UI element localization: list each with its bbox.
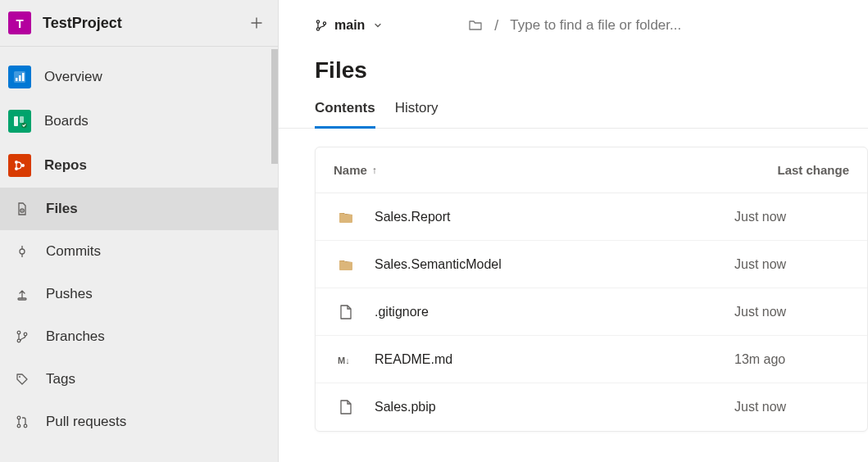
sort-ascending-icon: ↑ — [372, 165, 377, 176]
sub-label-files: Files — [46, 201, 78, 217]
folder-icon — [337, 208, 355, 226]
sub-label-branches: Branches — [46, 328, 105, 345]
path-separator: / — [494, 17, 498, 34]
sub-label-tags: Tags — [46, 371, 75, 387]
sub-item-pushes[interactable]: Pushes — [0, 273, 278, 315]
sub-label-pushes: Pushes — [46, 286, 93, 302]
svg-point-21 — [316, 20, 319, 23]
svg-rect-3 — [22, 73, 25, 81]
tags-icon — [13, 370, 31, 388]
svg-rect-2 — [19, 75, 21, 81]
tab-contents[interactable]: Contents — [315, 100, 375, 129]
file-name: .gitignore — [375, 305, 734, 319]
repos-sub-list: Files Commits Pushes Branches Tags — [0, 188, 278, 443]
branch-name: main — [334, 18, 365, 33]
nav-label-overview: Overview — [44, 69, 102, 85]
root-folder-icon[interactable] — [468, 17, 483, 34]
svg-point-16 — [24, 333, 27, 336]
file-name: Sales.Report — [375, 210, 734, 224]
file-last-change: Just now — [734, 305, 849, 319]
col-header-name[interactable]: Name ↑ — [334, 163, 734, 177]
svg-point-22 — [316, 28, 319, 30]
pushes-icon — [13, 285, 31, 303]
chevron-down-icon — [373, 20, 383, 30]
path-bar: main / — [279, 0, 868, 41]
svg-point-11 — [21, 210, 23, 211]
file-table-header: Name ↑ Last change — [316, 147, 867, 193]
file-row[interactable]: Sales.pbipJust now — [316, 383, 867, 431]
nav-label-repos: Repos — [44, 157, 87, 174]
nav-list: Overview Boards Repos — [0, 47, 278, 188]
pull-requests-icon — [13, 413, 31, 431]
file-icon — [337, 398, 355, 416]
branches-icon — [13, 328, 31, 346]
file-last-change: Just now — [734, 210, 849, 224]
svg-point-19 — [17, 424, 20, 428]
file-last-change: 13m ago — [734, 352, 849, 367]
file-row[interactable]: Sales.ReportJust now — [316, 193, 867, 241]
repos-icon — [8, 154, 31, 177]
folder-icon — [337, 256, 355, 274]
svg-point-23 — [323, 22, 325, 25]
file-name: README.md — [375, 352, 734, 367]
svg-rect-5 — [20, 116, 24, 123]
file-name: Sales.SemanticModel — [375, 257, 734, 272]
sub-item-commits[interactable]: Commits — [0, 230, 278, 273]
commits-icon — [13, 242, 31, 260]
boards-icon — [8, 110, 31, 133]
overview-icon — [8, 66, 31, 88]
project-name[interactable]: TestProject — [43, 15, 234, 32]
main: main / Files Contents History Name ↑ Las… — [279, 0, 868, 462]
svg-point-7 — [15, 161, 18, 164]
svg-point-18 — [17, 416, 20, 419]
plus-icon — [250, 16, 263, 29]
col-header-change[interactable]: Last change — [734, 163, 849, 177]
svg-text:M↓: M↓ — [338, 356, 350, 365]
files-icon — [13, 200, 31, 218]
nav-item-overview[interactable]: Overview — [0, 55, 278, 99]
svg-rect-1 — [16, 78, 18, 81]
svg-point-12 — [20, 249, 25, 254]
file-name: Sales.pbip — [375, 400, 734, 414]
file-last-change: Just now — [734, 257, 849, 272]
sidebar-scrollbar[interactable] — [271, 49, 278, 164]
nav-item-boards[interactable]: Boards — [0, 99, 278, 143]
file-table-wrap: Name ↑ Last change Sales.ReportJust nowS… — [279, 129, 868, 432]
svg-point-15 — [17, 339, 20, 342]
sub-label-pullrequests: Pull requests — [46, 414, 126, 430]
branch-icon — [315, 19, 328, 32]
sub-item-pullrequests[interactable]: Pull requests — [0, 401, 278, 443]
project-avatar[interactable]: T — [8, 11, 31, 34]
sidebar-header: T TestProject — [0, 0, 278, 47]
sub-item-tags[interactable]: Tags — [0, 358, 278, 401]
file-row[interactable]: Sales.SemanticModelJust now — [316, 241, 867, 288]
sub-item-files[interactable]: Files — [0, 188, 278, 230]
file-icon — [337, 303, 355, 321]
add-button[interactable] — [245, 11, 268, 34]
file-row[interactable]: M↓README.md13m ago — [316, 336, 867, 383]
svg-point-8 — [15, 167, 18, 170]
tabs: Contents History — [279, 90, 868, 129]
sidebar: T TestProject Overview Boards Repos — [0, 0, 279, 462]
file-rows: Sales.ReportJust nowSales.SemanticModelJ… — [316, 193, 867, 431]
svg-rect-13 — [18, 298, 26, 300]
branch-selector[interactable]: main — [315, 18, 383, 33]
sub-item-branches[interactable]: Branches — [0, 315, 278, 358]
nav-item-repos[interactable]: Repos — [0, 143, 278, 188]
file-table: Name ↑ Last change Sales.ReportJust nowS… — [315, 147, 868, 432]
file-row[interactable]: .gitignoreJust now — [316, 288, 867, 336]
markdown-icon: M↓ — [337, 351, 355, 369]
svg-rect-4 — [14, 116, 18, 126]
svg-point-20 — [24, 424, 27, 428]
file-last-change: Just now — [734, 400, 849, 414]
col-header-name-label: Name — [334, 163, 367, 177]
nav-label-boards: Boards — [44, 113, 89, 129]
tab-history[interactable]: History — [395, 100, 439, 128]
svg-point-17 — [19, 376, 20, 378]
page-title: Files — [279, 41, 868, 90]
svg-point-14 — [17, 331, 20, 334]
sub-label-commits: Commits — [46, 243, 101, 260]
path-search-input[interactable] — [510, 17, 868, 34]
